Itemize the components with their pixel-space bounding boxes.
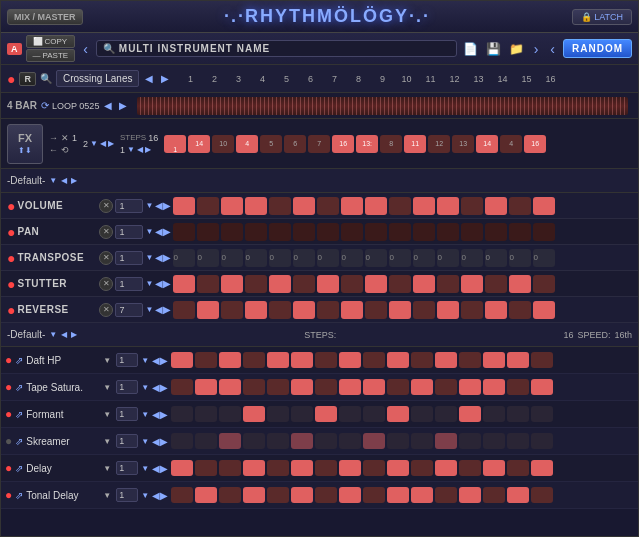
fo-c10[interactable] bbox=[387, 406, 409, 422]
reverse-x-btn[interactable]: ✕ bbox=[99, 303, 113, 317]
td-c5[interactable] bbox=[267, 487, 289, 503]
rv-c5[interactable] bbox=[269, 301, 291, 319]
st-c2[interactable] bbox=[197, 275, 219, 293]
td-c16[interactable] bbox=[531, 487, 553, 503]
dh-c6[interactable] bbox=[291, 352, 313, 368]
dh-c5[interactable] bbox=[267, 352, 289, 368]
tr-c3[interactable]: 0 bbox=[221, 249, 243, 267]
de-c3[interactable] bbox=[219, 460, 241, 476]
ts-c13[interactable] bbox=[459, 379, 481, 395]
dh-c11[interactable] bbox=[411, 352, 433, 368]
fx-cell-15[interactable]: 4 bbox=[500, 135, 522, 153]
vol-c12[interactable] bbox=[437, 197, 459, 215]
loop-nav-left[interactable]: ◀ bbox=[102, 100, 114, 111]
tr-c2[interactable]: 0 bbox=[197, 249, 219, 267]
default-1-nav-left[interactable]: ◀ bbox=[61, 176, 67, 185]
tonal-delay-dropdown[interactable]: ▼ bbox=[103, 491, 111, 500]
st-c8[interactable] bbox=[341, 275, 363, 293]
ts-c12[interactable] bbox=[435, 379, 457, 395]
dh-c13[interactable] bbox=[459, 352, 481, 368]
fo-c8[interactable] bbox=[339, 406, 361, 422]
folder-icon-button[interactable]: 📁 bbox=[507, 40, 526, 58]
tr-c5[interactable]: 0 bbox=[269, 249, 291, 267]
dh-c2[interactable] bbox=[195, 352, 217, 368]
de-c13[interactable] bbox=[459, 460, 481, 476]
fo-c13[interactable] bbox=[459, 406, 481, 422]
td-c9[interactable] bbox=[363, 487, 385, 503]
de-c6[interactable] bbox=[291, 460, 313, 476]
de-c2[interactable] bbox=[195, 460, 217, 476]
tr-c9[interactable]: 0 bbox=[365, 249, 387, 267]
paste-button[interactable]: — PASTE bbox=[26, 49, 76, 62]
fx-cell-10[interactable]: 8 bbox=[380, 135, 402, 153]
dh-c7[interactable] bbox=[315, 352, 337, 368]
pan-down[interactable]: ▼ bbox=[145, 227, 153, 236]
de-c16[interactable] bbox=[531, 460, 553, 476]
delay-dropdown[interactable]: ▼ bbox=[103, 464, 111, 473]
rv-c2[interactable] bbox=[197, 301, 219, 319]
fx-cell-5[interactable]: 5 bbox=[260, 135, 282, 153]
dh-c4[interactable] bbox=[243, 352, 265, 368]
td-c12[interactable] bbox=[435, 487, 457, 503]
st-c14[interactable] bbox=[485, 275, 507, 293]
fx-cell-14[interactable]: 14 bbox=[476, 135, 498, 153]
td-c1[interactable] bbox=[171, 487, 193, 503]
volume-nav[interactable]: ◀▶ bbox=[155, 200, 171, 211]
sk-c16[interactable] bbox=[531, 433, 553, 449]
de-c10[interactable] bbox=[387, 460, 409, 476]
vol-c7[interactable] bbox=[317, 197, 339, 215]
row-val-down[interactable]: ▼ bbox=[127, 145, 135, 154]
sk-c9[interactable] bbox=[363, 433, 385, 449]
step-num-nav-right[interactable]: ▶ bbox=[108, 139, 114, 148]
dh-c9[interactable] bbox=[363, 352, 385, 368]
delay-down[interactable]: ▼ bbox=[141, 464, 149, 473]
pan-c8[interactable] bbox=[341, 223, 363, 241]
dh-c16[interactable] bbox=[531, 352, 553, 368]
de-c14[interactable] bbox=[483, 460, 505, 476]
vol-c11[interactable] bbox=[413, 197, 435, 215]
td-c14[interactable] bbox=[483, 487, 505, 503]
tr-c15[interactable]: 0 bbox=[509, 249, 531, 267]
pan-nav[interactable]: ◀▶ bbox=[155, 226, 171, 237]
tr-c7[interactable]: 0 bbox=[317, 249, 339, 267]
ts-c15[interactable] bbox=[507, 379, 529, 395]
dh-c15[interactable] bbox=[507, 352, 529, 368]
ts-c4[interactable] bbox=[243, 379, 265, 395]
tonal-delay-nav[interactable]: ◀▶ bbox=[152, 490, 168, 501]
lane-nav-right[interactable]: ▶ bbox=[159, 73, 171, 84]
td-c11[interactable] bbox=[411, 487, 433, 503]
sk-c14[interactable] bbox=[483, 433, 505, 449]
fo-c5[interactable] bbox=[267, 406, 289, 422]
rv-c1[interactable] bbox=[173, 301, 195, 319]
reverse-nav[interactable]: ◀▶ bbox=[155, 304, 171, 315]
de-c12[interactable] bbox=[435, 460, 457, 476]
transpose-nav[interactable]: ◀▶ bbox=[155, 252, 171, 263]
sk-c6[interactable] bbox=[291, 433, 313, 449]
td-c2[interactable] bbox=[195, 487, 217, 503]
fo-c9[interactable] bbox=[363, 406, 385, 422]
sk-c15[interactable] bbox=[507, 433, 529, 449]
sk-c13[interactable] bbox=[459, 433, 481, 449]
pan-c15[interactable] bbox=[509, 223, 531, 241]
fo-c12[interactable] bbox=[435, 406, 457, 422]
vol-c14[interactable] bbox=[485, 197, 507, 215]
st-c1[interactable] bbox=[173, 275, 195, 293]
vol-c15[interactable] bbox=[509, 197, 531, 215]
vol-c16[interactable] bbox=[533, 197, 555, 215]
pan-x-btn[interactable]: ✕ bbox=[99, 225, 113, 239]
vol-c3[interactable] bbox=[221, 197, 243, 215]
daft-hp-nav[interactable]: ◀▶ bbox=[152, 355, 168, 366]
td-c8[interactable] bbox=[339, 487, 361, 503]
rv-c4[interactable] bbox=[245, 301, 267, 319]
pan-c6[interactable] bbox=[293, 223, 315, 241]
dh-c10[interactable] bbox=[387, 352, 409, 368]
sk-c11[interactable] bbox=[411, 433, 433, 449]
fo-c4[interactable] bbox=[243, 406, 265, 422]
ts-c6[interactable] bbox=[291, 379, 313, 395]
de-c7[interactable] bbox=[315, 460, 337, 476]
td-c10[interactable] bbox=[387, 487, 409, 503]
tr-c14[interactable]: 0 bbox=[485, 249, 507, 267]
td-c13[interactable] bbox=[459, 487, 481, 503]
save-icon-button[interactable]: 💾 bbox=[484, 40, 503, 58]
st-c6[interactable] bbox=[293, 275, 315, 293]
